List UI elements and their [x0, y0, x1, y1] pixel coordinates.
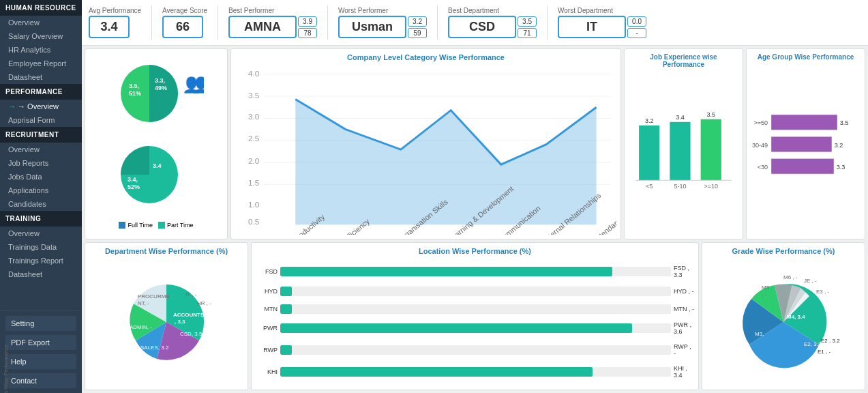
svg-text:M3,: M3,: [755, 331, 764, 337]
stat-item: Best Department CSD 3.5 71: [448, 7, 537, 38]
svg-text:NT, -: NT, -: [138, 300, 149, 306]
svg-text:3.4,: 3.4,: [128, 176, 138, 183]
sidebar-item[interactable]: Datasheet: [0, 267, 82, 281]
stat-value: AMNA: [228, 16, 297, 38]
sidebar-bottom: Setting PDF Export Help Contact: [0, 310, 82, 393]
legend-fulltime: Full Time: [119, 222, 153, 229]
job-exp-chart: 3.2 3.4 3.5 <5 5-10 >=10: [629, 71, 738, 235]
svg-text:1.5: 1.5: [248, 178, 260, 187]
sidebar-item[interactable]: Overview: [0, 227, 82, 240]
sidebar-item[interactable]: Overview: [0, 143, 82, 156]
sidebar-item[interactable]: Apprisal Form: [0, 113, 82, 127]
sidebar-header: TRAINING: [0, 211, 82, 227]
stat-label: Worst Performer: [338, 7, 388, 14]
svg-text:2.5: 2.5: [248, 134, 260, 143]
sidebar-item[interactable]: Datasheet: [0, 70, 82, 84]
location-label: PWR: [256, 325, 278, 332]
svg-text:E2, 3.2: E2, 3.2: [804, 341, 822, 347]
main-content: Avg Performance 3.4Average Score 66Best …: [82, 0, 868, 393]
age-group-card: Age Group Wise Performance 3.5 3.2 3.3 >…: [746, 48, 865, 239]
svg-text:52%: 52%: [128, 184, 140, 190]
stat-label: Average Score: [162, 7, 207, 14]
stat-divider: [151, 5, 152, 40]
location-bar-fill: [280, 304, 292, 314]
svg-text:ACCOUNTS: ACCOUNTS: [173, 312, 205, 318]
stat-side-val1: 3.2: [408, 16, 427, 27]
sidebar-item[interactable]: Overview: [0, 16, 82, 29]
stat-divider: [547, 5, 548, 40]
stat-group: IT 0.0 -: [558, 16, 646, 38]
sidebar-item[interactable]: Candidates: [0, 197, 82, 211]
sidebar-item[interactable]: Trainings Report: [0, 254, 82, 267]
svg-text:<30: <30: [758, 164, 768, 171]
dept-perf-card: Department Wise Performance (%): [85, 242, 248, 390]
stat-item: Worst Department IT 0.0 -: [558, 7, 646, 38]
legend-parttime: Part Time: [158, 222, 194, 229]
pie-legend: Full Time Part Time: [119, 222, 193, 229]
location-bar-val: KHI , 3.4: [674, 365, 694, 379]
location-bar-row: MTN MTN , -: [256, 304, 694, 314]
svg-text:49%: 49%: [155, 85, 167, 91]
sidebar-header: PERFORMANCE: [0, 84, 82, 100]
location-bar-row: HYD HYD , -: [256, 287, 694, 296]
svg-text:M4, 3.4: M4, 3.4: [787, 314, 805, 320]
help-button[interactable]: Help: [5, 354, 76, 369]
stat-value: 3.4: [89, 16, 130, 38]
svg-rect-44: [771, 136, 832, 151]
svg-text:3.2: 3.2: [645, 117, 654, 124]
location-bar-row: KHI KHI , 3.4: [256, 365, 694, 379]
svg-text:3.5: 3.5: [248, 91, 260, 100]
svg-text:3.3: 3.3: [837, 164, 845, 171]
contact-button[interactable]: Contact: [5, 373, 76, 388]
sidebar: HUMAN RESOURCEOverviewSalary OverviewHR …: [0, 0, 82, 393]
location-bar-fill: [280, 267, 612, 276]
sidebar-item[interactable]: Job Reports: [0, 156, 82, 170]
stat-label: Best Department: [448, 7, 499, 14]
stat-side-val1: 3.9: [298, 16, 317, 27]
charts-area: Gender / Jobs Status Wise Performance 3.…: [82, 46, 868, 393]
svg-rect-45: [771, 159, 834, 174]
svg-text:SALES, 3.2: SALES, 3.2: [140, 345, 169, 351]
svg-text:30-49: 30-49: [752, 142, 768, 149]
location-bar-track: [280, 287, 671, 296]
pdf-export-button[interactable]: PDF Export: [5, 335, 76, 350]
stat-group: Usman 3.2 59: [338, 16, 427, 38]
location-perf-card: Location Wise Performance (%) FSD FSD , …: [251, 242, 699, 390]
sidebar-item[interactable]: Salary Overview: [0, 29, 82, 43]
stat-side-val1: 3.5: [518, 16, 537, 27]
svg-text:, -: , -: [762, 291, 766, 297]
svg-text:, 3.3: , 3.3: [175, 319, 185, 325]
charts-row-1: Gender / Jobs Status Wise Performance 3.…: [85, 48, 865, 239]
stat-item: Average Score 66: [162, 7, 207, 38]
sidebar-item[interactable]: Jobs Data: [0, 170, 82, 184]
location-label: HYD: [256, 288, 278, 295]
stat-side: 3.2 59: [408, 16, 427, 38]
svg-rect-35: [701, 119, 721, 181]
sidebar-item[interactable]: Trainings Data: [0, 240, 82, 254]
charts-row-2: Department Wise Performance (%): [85, 242, 865, 390]
location-bar-track: [280, 323, 671, 333]
sidebar-item[interactable]: Employee Report: [0, 57, 82, 70]
sidebar-item[interactable]: HR Analytics: [0, 43, 82, 57]
stat-value: Usman: [338, 16, 406, 38]
svg-text:M6 , -: M6 , -: [783, 274, 798, 280]
svg-text:<5: <5: [646, 183, 653, 190]
svg-rect-43: [771, 115, 837, 130]
stat-label: Avg Performance: [89, 7, 141, 14]
stat-side: 0.0 -: [627, 16, 646, 38]
setting-button[interactable]: Setting: [5, 316, 76, 331]
stats-bar: Avg Performance 3.4Average Score 66Best …: [82, 0, 868, 46]
svg-text:>=10: >=10: [704, 183, 718, 190]
svg-text:3.3,: 3.3,: [155, 77, 165, 84]
stat-divider: [437, 5, 438, 40]
sidebar-item[interactable]: Applications: [0, 184, 82, 197]
sidebar-item[interactable]: → Overview: [0, 100, 82, 113]
svg-text:3.4: 3.4: [153, 162, 162, 169]
svg-text:3.5: 3.5: [706, 111, 715, 118]
svg-text:👤: 👤: [192, 76, 204, 94]
svg-text:E1 , -: E1 , -: [818, 349, 830, 355]
stat-group: AMNA 3.9 78: [228, 16, 317, 38]
location-label: MTN: [256, 306, 278, 312]
job-exp-title: Job Experience wisePerformance: [629, 53, 738, 68]
svg-text:51%: 51%: [129, 90, 141, 97]
